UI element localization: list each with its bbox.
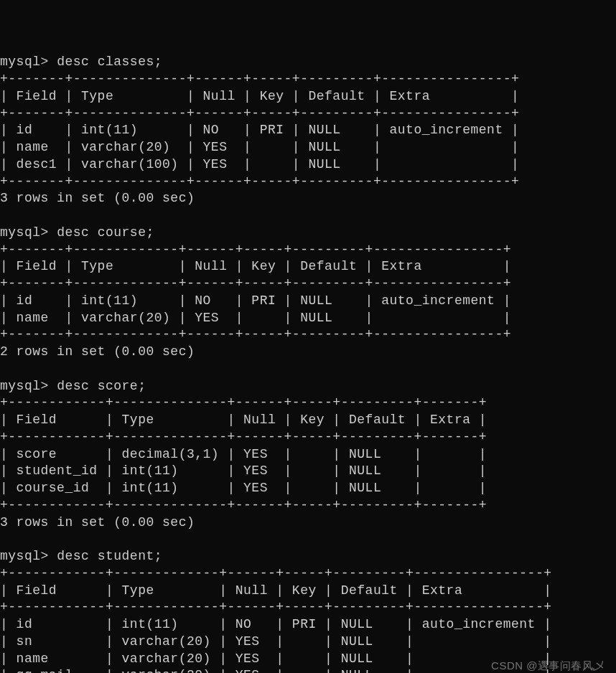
table-row: | student_id | int(11) | YES | | NULL | …: [0, 463, 487, 478]
table-border: +------------+-------------+------+-----…: [0, 566, 552, 580]
table-header: | Field | Type | Null | Key | Default | …: [0, 583, 552, 598]
table-row: | sn | varchar(20) | YES | | NULL | |: [0, 634, 552, 649]
table-border: +------------+--------------+------+----…: [0, 430, 487, 444]
table-header: | Field | Type | Null | Key | Default | …: [0, 413, 487, 427]
table-header: | Field | Type | Null | Key | Default | …: [0, 259, 511, 273]
table-row: | name | varchar(20) | YES | | NULL | |: [0, 140, 519, 154]
command-desc-course: desc course;: [57, 225, 154, 240]
table-border: +------------+-------------+------+-----…: [0, 600, 552, 614]
table-border: +-------+-------------+------+-----+----…: [0, 243, 511, 257]
watermark: CSDN @遇事问春风乄: [491, 659, 605, 673]
terminal-output: mysql> desc classes; +-------+----------…: [0, 54, 616, 673]
prompt: mysql>: [0, 55, 49, 69]
table-row: | id | int(11) | NO | PRI | NULL | auto_…: [0, 293, 511, 308]
command-desc-student: desc student;: [57, 549, 162, 563]
table-border: +-------+--------------+------+-----+---…: [0, 106, 519, 121]
prompt: mysql>: [0, 225, 49, 240]
table-border: +-------+-------------+------+-----+----…: [0, 276, 511, 291]
table-row: | name | varchar(20) | YES | | NULL | |: [0, 651, 552, 666]
table-row: | id | int(11) | NO | PRI | NULL | auto_…: [0, 123, 519, 137]
prompt: mysql>: [0, 379, 49, 393]
table-row: | id | int(11) | NO | PRI | NULL | auto_…: [0, 617, 552, 631]
table-border: +-------+-------------+------+-----+----…: [0, 327, 511, 342]
rows-footer: 3 rows in set (0.00 sec): [0, 515, 195, 530]
table-header: | Field | Type | Null | Key | Default | …: [0, 89, 519, 103]
table-row: | name | varchar(20) | YES | | NULL | |: [0, 311, 511, 325]
table-border: +-------+--------------+------+-----+---…: [0, 174, 519, 189]
command-desc-classes: desc classes;: [57, 55, 162, 69]
table-border: +------------+--------------+------+----…: [0, 498, 487, 512]
table-border: +------------+--------------+------+----…: [0, 395, 487, 410]
table-row: | score | decimal(3,1) | YES | | NULL | …: [0, 447, 487, 461]
rows-footer: 2 rows in set (0.00 sec): [0, 344, 195, 359]
prompt: mysql>: [0, 549, 49, 563]
table-row: | qq_mail | varchar(20) | YES | | NULL |…: [0, 668, 552, 673]
table-row: | desc1 | varchar(100) | YES | | NULL | …: [0, 157, 519, 171]
table-row: | course_id | int(11) | YES | | NULL | |: [0, 481, 487, 495]
command-desc-score: desc score;: [57, 379, 146, 393]
table-border: +-------+--------------+------+-----+---…: [0, 72, 519, 86]
rows-footer: 3 rows in set (0.00 sec): [0, 191, 195, 205]
